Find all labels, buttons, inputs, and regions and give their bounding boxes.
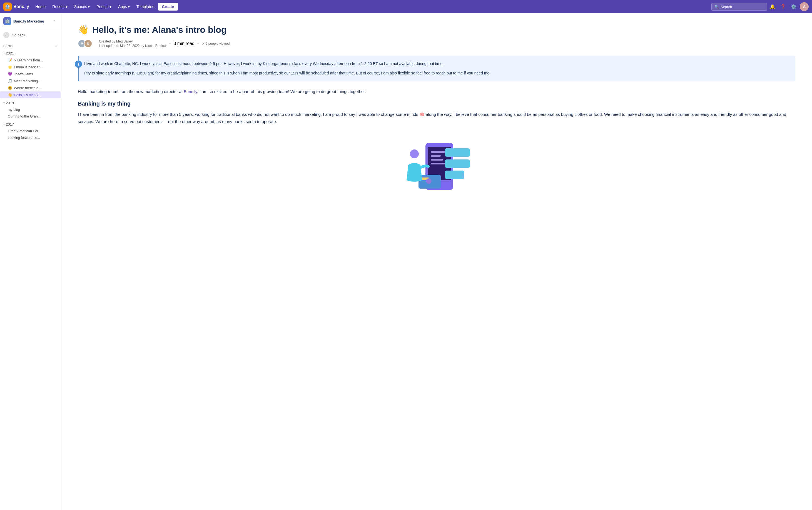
nav-home[interactable]: Home bbox=[32, 3, 48, 10]
blog-illustration bbox=[78, 132, 795, 193]
intro-paragraph: Hello marketing team! I am the new marke… bbox=[78, 88, 795, 95]
svg-rect-2 bbox=[445, 148, 470, 157]
top-navigation: 🏦 Banc.ly Home Recent ▾ Spaces ▾ People … bbox=[0, 0, 812, 13]
svg-rect-7 bbox=[431, 151, 445, 153]
bancly-link[interactable]: Banc.ly bbox=[184, 89, 197, 94]
meta-separator: • bbox=[169, 41, 171, 46]
year-header-2017[interactable]: ▾ 2017 bbox=[0, 121, 61, 128]
banking-paragraph: I have been in from the banking industry… bbox=[78, 111, 795, 125]
avatar-nicole: N bbox=[84, 39, 92, 48]
info-text-1: I live and work in Charlotte, NC. I work… bbox=[84, 61, 790, 67]
logo[interactable]: 🏦 Banc.ly bbox=[3, 2, 29, 11]
year-header-2019[interactable]: ▾ 2019 bbox=[0, 99, 61, 107]
sidebar-item-5learnings[interactable]: 📝 5 Learnings from... bbox=[0, 57, 61, 64]
sidebar-item-hello-its-me[interactable]: 👋 Hello, it's me: Al... bbox=[0, 91, 61, 98]
meta-separator-2: • bbox=[197, 41, 199, 46]
nav-spaces[interactable]: Spaces ▾ bbox=[71, 3, 93, 10]
svg-rect-8 bbox=[431, 155, 441, 157]
sidebar-item-meet-marketing[interactable]: 🎵 Meet Marketing ... bbox=[0, 78, 61, 85]
sidebar-item-emma[interactable]: 🌟 Emma is back at ... bbox=[0, 64, 61, 70]
sidebar-item-where-theres[interactable]: 😄 Where there's a ... bbox=[0, 85, 61, 91]
space-name: Banc.ly Marketing bbox=[13, 19, 49, 23]
go-back-label: Go back bbox=[12, 33, 25, 37]
sidebar-collapse-button[interactable]: ‹ bbox=[51, 18, 58, 25]
search-icon: 🔍 bbox=[715, 5, 719, 9]
help-icon[interactable]: ❓ bbox=[779, 2, 787, 11]
user-avatar[interactable]: A bbox=[800, 2, 809, 11]
svg-rect-9 bbox=[431, 159, 443, 160]
search-bar[interactable]: 🔍 Search bbox=[712, 3, 767, 10]
created-by: Created by Meg Bailey bbox=[99, 39, 167, 43]
sidebar-header: 🏢 Banc.ly Marketing ‹ bbox=[0, 13, 61, 29]
sidebar-item-joses-jams[interactable]: 💜 Jose's Jams bbox=[0, 70, 61, 78]
chevron-down-icon: ▾ bbox=[3, 101, 5, 104]
chevron-down-icon: ▾ bbox=[110, 4, 111, 9]
settings-icon[interactable]: ⚙️ bbox=[789, 2, 798, 11]
sidebar: 🏢 Banc.ly Marketing ‹ ← Go back BLOG + ▾… bbox=[0, 13, 61, 510]
sidebar-item-great-american[interactable]: Great American Ecli... bbox=[0, 128, 61, 134]
info-box: ℹ I live and work in Charlotte, NC. I wo… bbox=[78, 56, 795, 81]
space-icon: 🏢 bbox=[3, 17, 11, 25]
blog-meta: M N Created by Meg Bailey Last updated: … bbox=[78, 39, 795, 48]
sidebar-item-my-blog[interactable]: my blog bbox=[0, 107, 61, 113]
read-time: 3 min read bbox=[173, 41, 195, 46]
chevron-down-icon: ▾ bbox=[65, 4, 67, 9]
nav-templates[interactable]: Templates bbox=[134, 3, 157, 10]
create-button[interactable]: Create bbox=[158, 3, 178, 10]
search-placeholder: Search bbox=[721, 5, 732, 9]
year-group-2017: ▾ 2017 Great American Ecli... Looking fo… bbox=[0, 121, 61, 141]
year-header-2021[interactable]: ▾ 2021 bbox=[0, 50, 61, 57]
blog-section-label: BLOG + bbox=[0, 41, 61, 50]
svg-point-11 bbox=[426, 178, 432, 184]
nav-icons: 🔔 ❓ ⚙️ A bbox=[768, 2, 809, 11]
page-views: ↗ 9 people viewed bbox=[202, 42, 230, 46]
svg-rect-10 bbox=[431, 163, 445, 164]
back-icon: ← bbox=[3, 32, 9, 38]
blog-title: 👋 Hello, it's me: Alana's intro blog bbox=[78, 25, 795, 35]
meta-text: Created by Meg Bailey Last updated: Mar … bbox=[99, 39, 167, 48]
sidebar-item-looking-forward[interactable]: Looking forward, lo... bbox=[0, 134, 61, 141]
illustration-svg bbox=[398, 132, 475, 193]
main-content: 👋 Hello, it's me: Alana's intro blog M N… bbox=[61, 13, 812, 510]
go-back-button[interactable]: ← Go back bbox=[0, 29, 61, 41]
chevron-down-icon: ▾ bbox=[3, 52, 5, 55]
sidebar-item-our-trip[interactable]: Our trip to the Gran... bbox=[0, 113, 61, 120]
add-section-button[interactable]: + bbox=[55, 43, 58, 49]
banking-section-heading: Banking is my thing bbox=[78, 100, 795, 107]
nav-people[interactable]: People ▾ bbox=[94, 3, 114, 10]
author-avatars: M N bbox=[78, 39, 92, 48]
svg-rect-3 bbox=[445, 159, 470, 168]
chevron-down-icon: ▾ bbox=[128, 4, 130, 9]
notifications-icon[interactable]: 🔔 bbox=[768, 2, 777, 11]
year-group-2021: ▾ 2021 📝 5 Learnings from... 🌟 Emma is b… bbox=[0, 50, 61, 98]
year-group-2019: ▾ 2019 my blog Our trip to the Gran... bbox=[0, 99, 61, 120]
chevron-down-icon: ▾ bbox=[3, 123, 5, 126]
last-updated: Last updated: Mar 28, 2022 by Nicole Rad… bbox=[99, 44, 167, 48]
nav-apps[interactable]: Apps ▾ bbox=[115, 3, 133, 10]
chevron-down-icon: ▾ bbox=[88, 4, 90, 9]
info-icon: ℹ bbox=[75, 61, 82, 68]
logo-text: Banc.ly bbox=[13, 4, 29, 9]
views-icon: ↗ bbox=[202, 42, 205, 46]
title-emoji: 👋 bbox=[78, 25, 89, 35]
svg-rect-4 bbox=[445, 171, 464, 179]
nav-recent[interactable]: Recent ▾ bbox=[50, 3, 70, 10]
svg-point-12 bbox=[410, 149, 419, 158]
info-text-2: I try to slate early mornings (9-10:30 a… bbox=[84, 70, 790, 76]
logo-icon: 🏦 bbox=[3, 2, 12, 11]
